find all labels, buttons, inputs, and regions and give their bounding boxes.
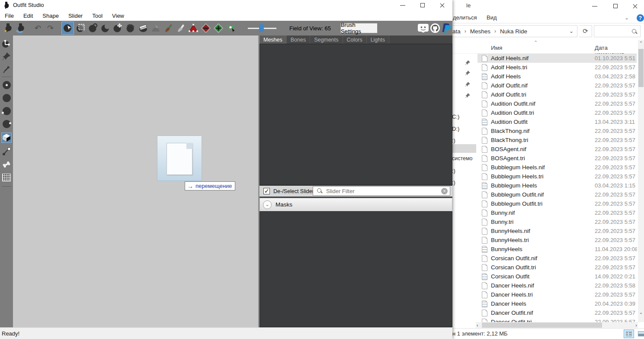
- deflate-brush-button[interactable]: [99, 22, 112, 35]
- breadcrumb-part[interactable]: Meshes: [470, 28, 490, 35]
- transform-tool-button[interactable]: [1, 38, 12, 48]
- file-row[interactable]: Bunny.nif 22.09.2023 5:57: [477, 208, 637, 217]
- breadcrumb-part[interactable]: ata: [452, 28, 461, 35]
- file-row[interactable]: BlackThong.nif 22.09.2023 5:57: [477, 126, 637, 136]
- mesh-edit-button[interactable]: [187, 22, 199, 35]
- panel-tab[interactable]: Segments: [310, 36, 343, 44]
- file-row[interactable]: Bubblegum Outfit.tri 22.09.2023 5:57: [477, 199, 637, 208]
- discord-icon[interactable]: [417, 23, 429, 33]
- paypal-icon[interactable]: [441, 23, 452, 33]
- split-edge-button[interactable]: [212, 22, 224, 35]
- horizontal-scrollbar-thumb[interactable]: [482, 323, 602, 328]
- ribbon-tab-view[interactable]: Вид: [487, 14, 497, 21]
- ribbon-tab-share[interactable]: делиться: [453, 14, 477, 21]
- file-row[interactable]: Bunny.tri 22.09.2023 5:57: [477, 217, 637, 226]
- redo-button[interactable]: ↷: [44, 22, 57, 35]
- panel-tab[interactable]: Meshes: [260, 36, 287, 44]
- address-dropdown-icon[interactable]: ⌄: [569, 28, 574, 34]
- menu-item[interactable]: Edit: [19, 13, 38, 19]
- back-view-button[interactable]: [1, 93, 12, 103]
- sidebar-item-fragment[interactable]: системо: [452, 155, 473, 161]
- show-grid-button[interactable]: [1, 172, 12, 183]
- explorer-search-box[interactable]: [594, 25, 641, 37]
- mask-brush-button[interactable]: [74, 22, 87, 35]
- file-row[interactable]: BunnyHeels.nif 22.09.2023 5:57: [477, 226, 637, 236]
- sidebar-item-fragment[interactable]: C:): [452, 113, 459, 120]
- os-maximize-button[interactable]: [416, 0, 429, 10]
- file-row[interactable]: BlackThong.tri 22.09.2023 5:57: [477, 136, 637, 145]
- fov-slider-thumb[interactable]: [259, 24, 264, 32]
- vertical-scrollbar-thumb[interactable]: [638, 49, 644, 87]
- file-row[interactable]: Adolf Heels.nif 01.10.2023 5:51: [477, 54, 637, 63]
- menu-item[interactable]: Tool: [87, 13, 107, 19]
- alpha-brush-button[interactable]: [174, 22, 187, 35]
- show-nodes-button[interactable]: [1, 146, 12, 157]
- file-row[interactable]: Bubblegum Heels.nif 22.09.2023 5:57: [477, 163, 637, 172]
- weight-brush-button[interactable]: [149, 22, 162, 35]
- file-row[interactable]: BunnyHeels.tri 22.09.2023 5:57: [477, 236, 637, 245]
- panel-tab[interactable]: Lights: [367, 36, 389, 44]
- clear-filter-icon[interactable]: ×: [441, 188, 448, 194]
- file-row[interactable]: BOSAgent.tri 22.09.2023 5:57: [477, 154, 637, 163]
- explorer-minimize-button[interactable]: [588, 1, 602, 11]
- explorer-titlebar[interactable]: le: [452, 0, 644, 13]
- move-vertex-button[interactable]: [224, 22, 237, 35]
- file-row[interactable]: Corsican Outfit 14.09.2022 0:21: [477, 272, 637, 281]
- smooth-brush-button[interactable]: [124, 22, 137, 35]
- vertical-scrollbar[interactable]: ⌃ ⌄: [638, 40, 644, 322]
- details-view-button[interactable]: [624, 329, 634, 338]
- menu-item[interactable]: File: [0, 13, 19, 19]
- sidebar-item-fragment[interactable]: :): [452, 168, 455, 174]
- right-view-button[interactable]: [1, 119, 12, 129]
- breadcrumb-part[interactable]: Nuka Ride: [500, 28, 527, 35]
- explorer-search-input[interactable]: [596, 27, 631, 36]
- deselect-sliders-checkbox[interactable]: [263, 188, 270, 194]
- masks-section-header[interactable]: ⌄ Masks: [260, 198, 452, 211]
- file-row[interactable]: Dancer Heels 20.04.2023 0:39: [477, 299, 637, 308]
- sidebar-item-fragment[interactable]: :): [452, 137, 455, 144]
- mesh-list-area[interactable]: [260, 44, 452, 185]
- collapse-vertex-button[interactable]: [199, 22, 212, 35]
- file-row[interactable]: Adolf Outfit.nif 22.09.2023 5:57: [477, 81, 637, 90]
- outfit-studio-titlebar[interactable]: Outfit Studio: [0, 0, 452, 11]
- viewport-3d[interactable]: → перемещение: [13, 36, 258, 327]
- sidebar-item-fragment[interactable]: D:): [452, 126, 459, 132]
- horizontal-scrollbar[interactable]: ‹ ›: [476, 322, 638, 328]
- slider-filter-input[interactable]: [326, 188, 430, 194]
- file-row[interactable]: Corsican Outfit.tri 22.09.2023 5:57: [477, 263, 637, 272]
- file-row[interactable]: Adolf Heels.tri 22.09.2023 5:57: [477, 63, 637, 72]
- file-row[interactable]: Bubblegum Heels 03.04.2023 1:15: [477, 181, 637, 190]
- scroll-right-icon[interactable]: ›: [635, 323, 637, 328]
- file-row[interactable]: BOSAgent.nif 22.09.2023 5:57: [477, 145, 637, 154]
- load-project-button[interactable]: [14, 22, 27, 35]
- chevron-down-icon[interactable]: ⌄: [263, 200, 272, 209]
- refresh-button[interactable]: ⟳: [579, 25, 592, 37]
- brush-settings-button[interactable]: Brush Settings: [340, 23, 378, 33]
- undo-button[interactable]: ↶: [32, 22, 44, 35]
- sliders-list-area[interactable]: [260, 211, 452, 327]
- vertex-paint-button[interactable]: [1, 64, 12, 74]
- ribbon-collapse-icon[interactable]: ⌄: [625, 15, 629, 21]
- file-row[interactable]: Dancer Outfit.nif 22.09.2023 5:57: [477, 308, 637, 317]
- fov-slider[interactable]: [248, 28, 276, 29]
- color-brush-button[interactable]: [162, 22, 174, 35]
- left-view-button[interactable]: [1, 106, 12, 116]
- file-row[interactable]: Audition Outfit 13.04.2023 3:11: [477, 117, 637, 126]
- pin-tool-button[interactable]: [1, 51, 12, 61]
- file-row[interactable]: Adolf Heels 03.04.2023 2:58: [477, 72, 637, 81]
- explorer-maximize-button[interactable]: [609, 1, 622, 11]
- new-project-button[interactable]: [2, 22, 14, 35]
- erase-brush-button[interactable]: [137, 22, 149, 35]
- help-icon[interactable]: ?: [637, 14, 644, 22]
- menu-item[interactable]: Slider: [64, 13, 87, 19]
- file-row[interactable]: Dancer Outfit.tri 22.09.2023 5:57: [477, 317, 637, 322]
- panel-tab[interactable]: Colors: [343, 36, 367, 44]
- os-minimize-button[interactable]: [396, 0, 410, 10]
- column-header-name[interactable]: Имя: [491, 45, 502, 51]
- sidebar-item-fragment[interactable]: :): [452, 179, 455, 186]
- perspective-view-button[interactable]: [1, 132, 12, 143]
- file-row[interactable]: Dancer Heels.tri 22.09.2023 5:57: [477, 290, 637, 299]
- menu-item[interactable]: Shape: [38, 13, 64, 19]
- explorer-close-button[interactable]: [628, 1, 642, 11]
- front-view-button[interactable]: [1, 80, 12, 90]
